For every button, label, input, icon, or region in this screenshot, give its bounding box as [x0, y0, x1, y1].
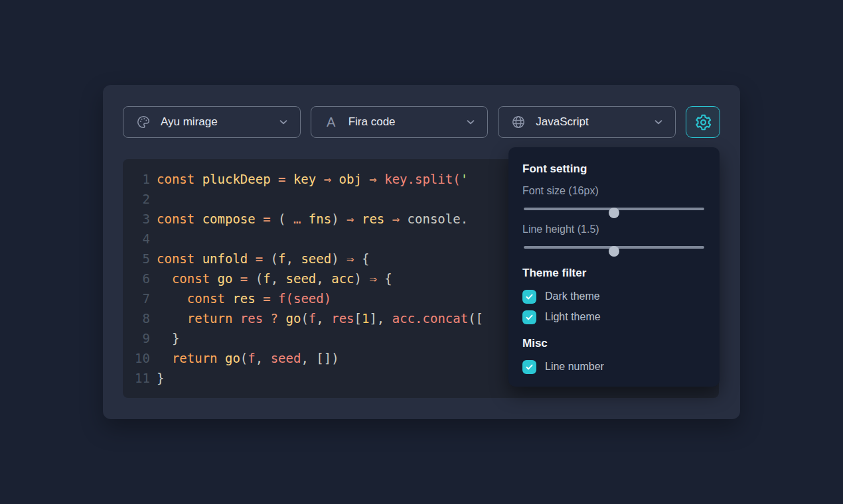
line-height-slider-thumb[interactable]	[609, 246, 619, 257]
code-text: return res ? go(f, res[1], acc.concat([	[150, 308, 483, 328]
code-text: const go = (f, seed, acc) ⇒ {	[150, 269, 392, 288]
dark-theme-checkbox-box[interactable]	[522, 290, 536, 304]
code-text: const res = f(seed)	[150, 288, 331, 308]
settings-button[interactable]	[686, 106, 720, 138]
dark-theme-checkbox[interactable]: Dark theme	[522, 289, 706, 304]
theme-select[interactable]: Ayu mirage	[123, 106, 301, 138]
line-number: 1	[123, 169, 150, 189]
chevron-down-icon	[465, 116, 477, 128]
font-select[interactable]: A Fira code	[311, 106, 489, 138]
misc-heading: Misc	[522, 337, 706, 350]
dark-theme-checkbox-label: Dark theme	[545, 290, 600, 302]
line-number-checkbox-label: Line number	[545, 361, 604, 373]
code-text	[150, 229, 157, 249]
theme-filter-heading: Theme filter	[522, 267, 706, 280]
code-text: const compose = ( … fns) ⇒ res ⇒ console…	[150, 209, 468, 229]
line-height-slider-track[interactable]	[524, 246, 704, 249]
line-number: 5	[123, 249, 150, 269]
font-size-slider[interactable]	[522, 204, 706, 214]
language-select[interactable]: JavaScript	[498, 106, 676, 138]
code-text: return go(f, seed, [])	[150, 348, 339, 368]
line-number-checkbox-box[interactable]	[522, 360, 536, 374]
globe-icon	[510, 114, 526, 130]
line-number: 9	[123, 328, 150, 348]
code-text	[150, 189, 157, 209]
chevron-down-icon	[652, 116, 664, 128]
font-select-value: Fira code	[348, 115, 396, 129]
line-number: 10	[123, 348, 150, 368]
palette-icon	[135, 114, 151, 130]
settings-sections: Font settingFont size (16px)Line height …	[522, 162, 706, 374]
code-text: }	[150, 368, 164, 388]
line-number: 3	[123, 209, 150, 229]
line-number: 11	[123, 368, 150, 388]
light-theme-checkbox-label: Light theme	[545, 311, 601, 323]
line-number-checkbox[interactable]: Line number	[522, 359, 706, 374]
line-height-slider[interactable]	[522, 242, 706, 253]
settings-panel: Font settingFont size (16px)Line height …	[508, 147, 720, 387]
light-theme-checkbox-box[interactable]	[522, 310, 536, 324]
gear-icon	[694, 113, 712, 131]
line-height-slider-label: Line height (1.5)	[522, 223, 706, 235]
language-select-value: JavaScript	[536, 115, 588, 129]
chevron-down-icon	[277, 116, 289, 128]
toolbar: Ayu mirage A Fira code JavaScript	[123, 106, 720, 138]
light-theme-checkbox[interactable]: Light theme	[522, 310, 706, 324]
code-text: const pluckDeep = key ⇒ obj ⇒ key.split(…	[150, 169, 468, 189]
line-number: 4	[123, 229, 150, 249]
line-number: 6	[123, 269, 150, 288]
font-size-slider-track[interactable]	[524, 208, 704, 210]
font-setting-heading: Font setting	[522, 162, 706, 176]
line-number: 8	[123, 308, 150, 328]
line-number: 2	[123, 189, 150, 209]
page-background: { "toolbar": { "theme_select": { "value"…	[0, 0, 843, 504]
font-size-slider-label: Font size (16px)	[522, 185, 706, 197]
code-text: }	[150, 328, 179, 348]
line-number: 7	[123, 288, 150, 308]
font-size-slider-thumb[interactable]	[609, 208, 619, 218]
theme-select-value: Ayu mirage	[161, 115, 218, 129]
letter-a-icon: A	[323, 114, 339, 130]
code-text: const unfold = (f, seed) ⇒ {	[150, 249, 369, 269]
